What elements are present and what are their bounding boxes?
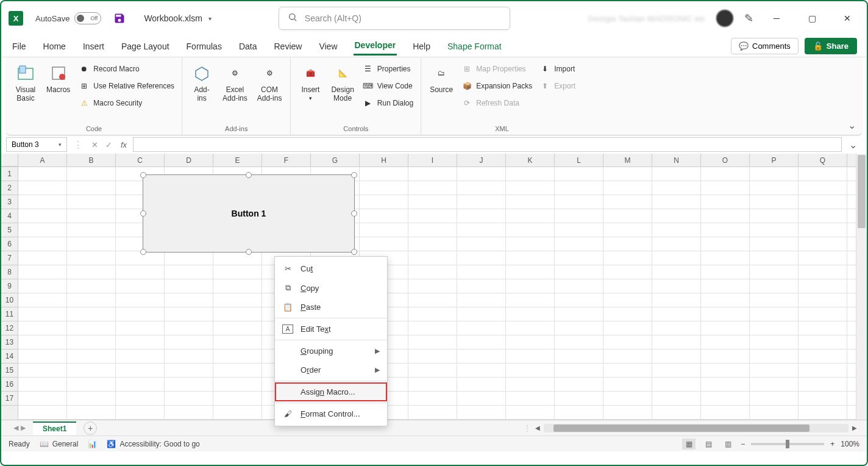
resize-handle[interactable]: [351, 172, 357, 178]
tab-review[interactable]: Review: [273, 38, 304, 55]
row-header[interactable]: 10: [1, 293, 18, 307]
resize-handle[interactable]: [140, 172, 146, 178]
col-header[interactable]: A: [18, 154, 67, 167]
search-box[interactable]: Search (Alt+Q): [279, 7, 510, 30]
tab-page-layout[interactable]: Page Layout: [120, 38, 171, 55]
zoom-in-button[interactable]: +: [830, 440, 834, 448]
scrollbar-thumb[interactable]: [553, 425, 809, 432]
use-relative-button[interactable]: ⊞Use Relative References: [76, 79, 177, 93]
normal-view-button[interactable]: ▦: [682, 439, 695, 450]
cell-area[interactable]: Button 1: [18, 167, 856, 420]
row-header[interactable]: 1: [1, 167, 18, 181]
col-header[interactable]: F: [262, 154, 311, 167]
row-header[interactable]: 14: [1, 349, 18, 364]
col-header[interactable]: N: [652, 154, 701, 167]
slider-thumb[interactable]: [786, 440, 789, 448]
tab-file[interactable]: File: [11, 38, 27, 55]
col-header[interactable]: C: [116, 154, 165, 167]
tab-help[interactable]: Help: [411, 38, 432, 55]
row-header[interactable]: 4: [1, 209, 18, 223]
ctx-order[interactable]: Order▶: [275, 360, 387, 379]
status-general[interactable]: 📖General: [40, 440, 79, 448]
col-header[interactable]: B: [67, 154, 116, 167]
scroll-right-button[interactable]: ▶: [852, 425, 857, 431]
resize-handle[interactable]: [351, 210, 357, 217]
row-header[interactable]: 9: [1, 279, 18, 293]
enter-formula-button[interactable]: ✓: [103, 140, 115, 149]
add-sheet-button[interactable]: +: [84, 421, 97, 435]
status-accessibility[interactable]: ♿Accessibility: Good to go: [107, 440, 199, 448]
col-header[interactable]: D: [165, 154, 213, 167]
save-icon[interactable]: [113, 12, 126, 24]
com-addins-button[interactable]: ⚙COM Add-ins: [254, 60, 286, 105]
ctx-edit-text[interactable]: AEdit Text: [275, 320, 387, 339]
ctx-format-control[interactable]: 🖌Format Control...: [275, 404, 387, 423]
macros-button[interactable]: Macros: [43, 60, 74, 96]
row-header[interactable]: 6: [1, 237, 18, 251]
row-header[interactable]: 16: [1, 378, 18, 392]
zoom-level[interactable]: 100%: [841, 440, 859, 448]
pen-icon[interactable]: ✎: [744, 12, 753, 25]
minimize-button[interactable]: ─: [764, 9, 789, 27]
autosave-toggle[interactable]: Off: [74, 12, 101, 24]
row-header[interactable]: 17: [1, 392, 18, 406]
stats-icon[interactable]: 📊: [88, 440, 97, 448]
maximize-button[interactable]: ▢: [800, 9, 824, 27]
avatar[interactable]: [716, 10, 733, 27]
source-button[interactable]: 🗂Source: [426, 60, 457, 96]
col-header[interactable]: I: [408, 154, 457, 167]
row-header[interactable]: 11: [1, 307, 18, 321]
filename[interactable]: Workbook.xlsm: [144, 13, 202, 23]
col-header[interactable]: G: [311, 154, 360, 167]
tab-insert[interactable]: Insert: [82, 38, 105, 55]
ctx-assign-macro[interactable]: Assign Macro...: [275, 382, 387, 401]
record-macro-button[interactable]: ⏺Record Macro: [76, 62, 177, 76]
zoom-slider[interactable]: [751, 443, 824, 445]
properties-button[interactable]: ☰Properties: [360, 62, 416, 76]
form-button-shape[interactable]: Button 1: [143, 174, 355, 253]
ctx-grouping[interactable]: Grouping▶: [275, 342, 387, 360]
grip-icon[interactable]: ⋮: [523, 423, 532, 433]
expansion-packs-button[interactable]: 📦Expansion Packs: [459, 79, 535, 93]
scrollbar-thumb[interactable]: [858, 155, 866, 228]
ribbon-collapse-button[interactable]: ⌄: [848, 120, 856, 131]
view-code-button[interactable]: ⌨View Code: [360, 79, 416, 93]
row-header[interactable]: 7: [1, 251, 18, 265]
resize-handle[interactable]: [351, 249, 357, 255]
ctx-cut[interactable]: ✂Cut: [275, 259, 387, 278]
row-header[interactable]: 3: [1, 195, 18, 209]
filename-dropdown-icon[interactable]: ▾: [208, 15, 212, 22]
addins-button[interactable]: Add- ins: [187, 60, 216, 105]
page-break-view-button[interactable]: ▥: [721, 439, 735, 450]
tab-home[interactable]: Home: [42, 38, 67, 55]
zoom-out-button[interactable]: −: [741, 440, 745, 448]
name-box[interactable]: Button 3 ▾: [6, 137, 67, 152]
scroll-left-button[interactable]: ◀: [535, 425, 540, 431]
import-button[interactable]: ⬇Import: [537, 62, 578, 76]
col-header[interactable]: L: [555, 154, 603, 167]
ctx-copy[interactable]: ⧉Copy: [275, 278, 387, 298]
run-dialog-button[interactable]: ▶Run Dialog: [360, 96, 416, 110]
resize-handle[interactable]: [140, 249, 146, 255]
select-all-corner[interactable]: [1, 154, 18, 167]
prev-sheet-button[interactable]: ◀: [13, 424, 18, 432]
col-header[interactable]: E: [213, 154, 262, 167]
resize-handle[interactable]: [246, 172, 252, 178]
macro-security-button[interactable]: ⚠Macro Security: [76, 96, 177, 110]
fx-icon[interactable]: fx: [117, 140, 130, 149]
tab-formulas[interactable]: Formulas: [185, 38, 223, 55]
tab-shape-format[interactable]: Shape Format: [446, 38, 503, 55]
excel-addins-button[interactable]: ⚙Excel Add-ins: [219, 60, 251, 105]
visual-basic-button[interactable]: Visual Basic: [11, 60, 40, 105]
design-mode-button[interactable]: 📐Design Mode: [327, 60, 357, 105]
horizontal-scrollbar[interactable]: [544, 424, 848, 432]
formula-input[interactable]: [133, 137, 842, 152]
tab-developer[interactable]: Developer: [354, 37, 397, 56]
row-header[interactable]: 8: [1, 265, 18, 279]
col-header[interactable]: H: [360, 154, 408, 167]
col-header[interactable]: P: [750, 154, 799, 167]
row-header[interactable]: 12: [1, 321, 18, 335]
chevron-down-icon[interactable]: ▾: [59, 142, 62, 148]
next-sheet-button[interactable]: ▶: [21, 424, 26, 432]
col-header[interactable]: K: [506, 154, 555, 167]
